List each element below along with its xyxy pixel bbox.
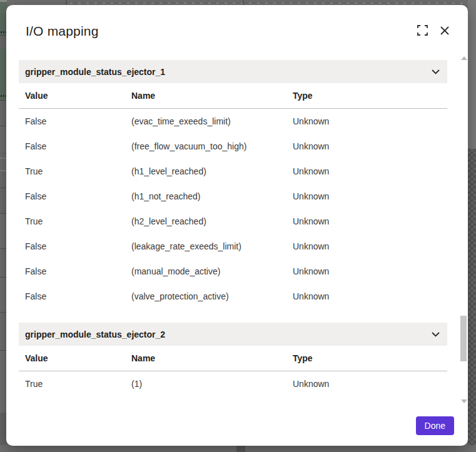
scroll-up-arrow[interactable]: [461, 56, 467, 60]
background-divider: [66, 0, 67, 5]
column-header: Value: [19, 91, 125, 101]
section-title: gripper_module_status_ejector_2: [25, 329, 432, 339]
name-cell: (manual_mode_active): [125, 266, 286, 276]
table-row: True(1)Unknown: [19, 371, 447, 396]
table-row: False(manual_mode_active)Unknown: [19, 259, 447, 284]
type-cell: Unknown: [286, 291, 447, 301]
fullscreen-button[interactable]: [415, 24, 429, 38]
name-cell: (h2_level_reached): [125, 216, 286, 226]
background-dashed-border: [70, 3, 470, 4]
type-cell: Unknown: [286, 116, 447, 126]
column-header: Type: [286, 91, 447, 101]
name-cell: (h1_level_reached): [125, 166, 286, 176]
dialog-title: I/O mapping: [26, 24, 415, 39]
table-row: False(free_flow_vacuum_too_high)Unknown: [19, 134, 447, 159]
fullscreen-icon: [417, 25, 428, 38]
type-cell: Unknown: [286, 166, 447, 176]
close-icon: [440, 26, 450, 38]
name-cell: (1): [125, 379, 286, 389]
scrollbar-thumb[interactable]: [460, 316, 467, 361]
column-header: Name: [125, 91, 286, 101]
type-cell: Unknown: [286, 379, 447, 389]
io-section: gripper_module_status_ejector_1 ValueNam…: [19, 60, 447, 309]
table-row: True(h2_level_reached)Unknown: [19, 209, 447, 234]
value-cell: True: [19, 379, 125, 389]
table-row: False(evac_time_exeeds_limit)Unknown: [19, 109, 447, 134]
name-cell: (h1_not_reached): [125, 191, 286, 201]
name-cell: (free_flow_vacuum_too_high): [125, 141, 286, 151]
section-title: gripper_module_status_ejector_1: [25, 67, 432, 77]
section-header[interactable]: gripper_module_status_ejector_2: [19, 323, 447, 346]
type-cell: Unknown: [286, 266, 447, 276]
scrollbar[interactable]: [460, 55, 467, 408]
name-cell: (valve_protection_active): [125, 291, 286, 301]
chevron-down-icon: [432, 332, 440, 337]
value-cell: False: [19, 241, 125, 251]
background-divider: [243, 0, 244, 5]
io-section: gripper_module_status_ejector_2 ValueNam…: [19, 323, 447, 396]
column-header: Name: [125, 353, 286, 363]
background-viewport-right: [468, 0, 476, 452]
io-mapping-scroll-area[interactable]: gripper_module_status_ejector_1 ValueNam…: [19, 55, 447, 403]
value-cell: False: [19, 116, 125, 126]
name-cell: (leakage_rate_exeeds_limit): [125, 241, 286, 251]
table-row: False(h1_not_reached)Unknown: [19, 184, 447, 209]
column-header: Value: [19, 353, 125, 363]
table-body: True(1)Unknown: [19, 371, 447, 396]
type-cell: Unknown: [286, 191, 447, 201]
value-cell: False: [19, 191, 125, 201]
background-table-bottom: [0, 445, 476, 452]
table-row: False(leakage_rate_exeeds_limit)Unknown: [19, 234, 447, 259]
table-row: True(h1_level_reached)Unknown: [19, 159, 447, 184]
value-cell: False: [19, 291, 125, 301]
table-header-row: ValueNameType: [19, 83, 447, 109]
background-divider: [236, 445, 245, 452]
table-row: False(valve_protection_active)Unknown: [19, 284, 447, 309]
table-header-row: ValueNameType: [19, 346, 447, 371]
type-cell: Unknown: [286, 216, 447, 226]
value-cell: False: [19, 141, 125, 151]
background-table-top: [0, 0, 476, 5]
background-hatch-texture: [468, 149, 476, 452]
chevron-down-icon: [432, 69, 440, 74]
close-button[interactable]: [438, 24, 452, 38]
scroll-down-arrow[interactable]: [461, 399, 467, 403]
name-cell: (evac_time_exeeds_limit): [125, 116, 286, 126]
value-cell: False: [19, 266, 125, 276]
dialog-footer: Done: [416, 416, 454, 435]
value-cell: True: [19, 216, 125, 226]
column-header: Type: [286, 353, 447, 363]
type-cell: Unknown: [286, 141, 447, 151]
value-cell: True: [19, 166, 125, 176]
done-button[interactable]: Done: [416, 416, 454, 435]
type-cell: Unknown: [286, 241, 447, 251]
section-header[interactable]: gripper_module_status_ejector_1: [19, 60, 447, 83]
dialog-header: I/O mapping: [6, 5, 468, 43]
table-body: False(evac_time_exeeds_limit)UnknownFals…: [19, 109, 447, 309]
dialog-header-actions: [415, 24, 452, 38]
io-mapping-dialog: I/O mapping gripper_module_sta: [6, 5, 468, 446]
